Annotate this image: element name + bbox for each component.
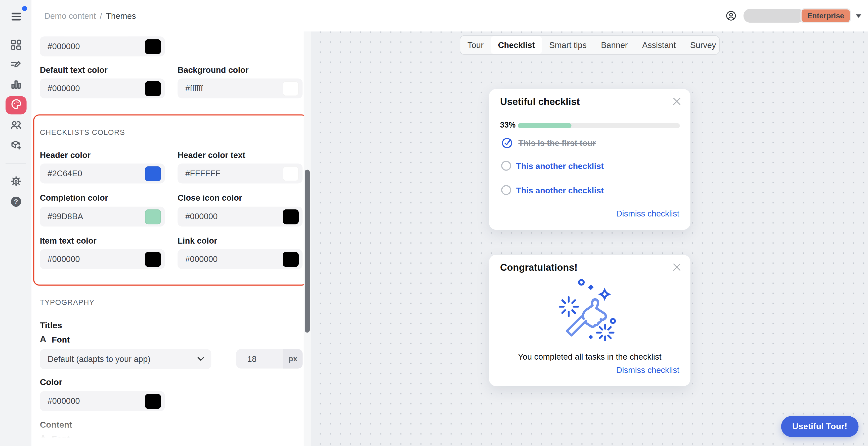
sidebar-item-analytics[interactable] bbox=[10, 78, 22, 91]
chevron-down-icon bbox=[197, 357, 204, 362]
color-swatch[interactable] bbox=[145, 252, 161, 267]
checklist-item-label[interactable]: This another checklist bbox=[516, 161, 604, 170]
checklist-item-label[interactable]: This another checklist bbox=[516, 185, 604, 195]
close-icon-color-value[interactable]: #000000 bbox=[185, 212, 217, 221]
background-color-value[interactable]: #ffffff bbox=[185, 83, 203, 93]
color-swatch[interactable] bbox=[283, 81, 299, 96]
tab-smart-tips[interactable]: Smart tips bbox=[542, 36, 594, 54]
sparkle-burst-right bbox=[597, 325, 614, 341]
background-color-label: Background color bbox=[178, 65, 248, 75]
theme-settings-panel: #000000 Default text color Background co… bbox=[31, 31, 311, 446]
preview-canvas: Tour Checklist Smart tips Banner Assista… bbox=[311, 31, 868, 446]
color-field-top[interactable]: #000000 bbox=[40, 36, 165, 56]
background-color-field[interactable]: #ffffff bbox=[178, 78, 303, 98]
color-swatch[interactable] bbox=[145, 209, 161, 224]
close-icon[interactable] bbox=[672, 96, 682, 107]
color-field-top-value[interactable]: #000000 bbox=[48, 41, 80, 51]
completion-color-value[interactable]: #99D8BA bbox=[48, 212, 83, 221]
svg-text:?: ? bbox=[14, 198, 18, 205]
tab-checklist[interactable]: Checklist bbox=[491, 36, 542, 54]
content-font-label: Font bbox=[52, 434, 70, 443]
tab-survey[interactable]: Survey bbox=[683, 36, 720, 54]
sidebar-item-themes[interactable] bbox=[5, 96, 27, 114]
hamburger-menu-icon[interactable] bbox=[11, 13, 21, 21]
breadcrumb: Demo content/Themes bbox=[44, 11, 136, 20]
titles-font-selected-value: Default (adapts to your app) bbox=[48, 354, 150, 364]
breadcrumb-demo-content[interactable]: Demo content bbox=[44, 11, 96, 20]
breadcrumb-separator: / bbox=[100, 11, 102, 20]
sidebar: ? bbox=[0, 0, 31, 446]
settings-gear-icon bbox=[10, 175, 22, 187]
tab-assistant[interactable]: Assistant bbox=[635, 36, 683, 54]
color-swatch[interactable] bbox=[145, 39, 161, 54]
header-color-value[interactable]: #2C64E0 bbox=[48, 169, 82, 178]
notification-dot bbox=[22, 6, 27, 11]
color-swatch[interactable] bbox=[145, 166, 161, 181]
titles-font-select[interactable]: Default (adapts to your app) bbox=[40, 349, 211, 369]
usetiful-tour-button[interactable]: Usetiful Tour! bbox=[781, 416, 859, 437]
themes-palette-icon bbox=[10, 98, 22, 112]
color-swatch[interactable] bbox=[283, 209, 299, 224]
typography-section-title: TYPOGRAPHY bbox=[40, 298, 94, 307]
sidebar-item-integrations[interactable] bbox=[10, 139, 22, 151]
color-swatch[interactable] bbox=[283, 252, 299, 267]
empty-circle-icon bbox=[501, 161, 511, 171]
empty-circle-icon bbox=[501, 185, 511, 195]
color-swatch[interactable] bbox=[283, 166, 299, 181]
font-a-icon: A bbox=[40, 434, 46, 444]
plan-badge[interactable]: Enterprise bbox=[802, 9, 850, 22]
thumbs-up-illustration bbox=[559, 278, 620, 345]
close-icon-color-label: Close icon color bbox=[178, 193, 242, 202]
content-edit-icon bbox=[10, 59, 22, 71]
checklist-item-open[interactable]: This another checklist bbox=[501, 161, 604, 171]
account-icon[interactable] bbox=[726, 10, 737, 21]
sidebar-item-content[interactable] bbox=[10, 59, 22, 71]
preview-tabs: Tour Checklist Smart tips Banner Assista… bbox=[460, 35, 720, 55]
link-color-value[interactable]: #000000 bbox=[185, 254, 217, 264]
color-swatch[interactable] bbox=[145, 394, 161, 409]
completion-color-field[interactable]: #99D8BA bbox=[40, 207, 165, 227]
close-icon-color-field[interactable]: #000000 bbox=[178, 207, 303, 227]
chevron-down-icon[interactable] bbox=[856, 14, 862, 18]
congrats-card-title: Congratulations! bbox=[500, 262, 578, 273]
panel-scrollbar-thumb[interactable] bbox=[305, 170, 310, 333]
congrats-message: You completed all tasks in the checklist bbox=[489, 352, 690, 361]
checklists-colors-section-title: CHECKLISTS COLORS bbox=[40, 128, 125, 136]
sidebar-item-dashboard[interactable] bbox=[10, 39, 22, 51]
default-text-color-value[interactable]: #000000 bbox=[48, 83, 80, 93]
sidebar-item-settings[interactable] bbox=[10, 175, 22, 187]
sparkle-burst-left bbox=[559, 297, 578, 316]
titles-color-field[interactable]: #000000 bbox=[40, 391, 165, 411]
close-icon[interactable] bbox=[672, 262, 682, 272]
header-color-label: Header color bbox=[40, 150, 91, 160]
sidebar-item-help[interactable]: ? bbox=[10, 196, 22, 208]
checklist-item-completed[interactable]: This is the first tour bbox=[501, 136, 596, 148]
titles-color-value[interactable]: #000000 bbox=[48, 396, 80, 405]
titles-font-size-value[interactable]: 18 bbox=[247, 354, 256, 363]
breadcrumb-themes: Themes bbox=[106, 11, 136, 20]
header-color-field[interactable]: #2C64E0 bbox=[40, 164, 165, 183]
usetiful-app: ? Demo content/Themes Enterprise #000000… bbox=[0, 0, 868, 446]
sidebar-item-users[interactable] bbox=[10, 119, 22, 131]
header-color-text-field[interactable]: #FFFFFF bbox=[178, 164, 303, 183]
checklist-card-title: Usetiful checklist bbox=[500, 96, 580, 108]
account-name-redacted[interactable] bbox=[744, 9, 804, 23]
titles-font-size-unit: px bbox=[283, 349, 303, 368]
item-text-color-field[interactable]: #000000 bbox=[40, 249, 165, 269]
tab-banner[interactable]: Banner bbox=[594, 36, 635, 54]
checklist-item-label[interactable]: This is the first tour bbox=[518, 138, 596, 147]
titles-font-label: Font bbox=[52, 335, 70, 344]
checklist-progress-track bbox=[518, 123, 680, 128]
tab-tour[interactable]: Tour bbox=[460, 36, 491, 54]
sidebar-divider bbox=[5, 164, 26, 164]
header-color-text-value[interactable]: #FFFFFF bbox=[185, 169, 220, 178]
color-swatch[interactable] bbox=[145, 81, 161, 96]
dismiss-checklist-link[interactable]: Dismiss checklist bbox=[616, 365, 679, 374]
default-text-color-field[interactable]: #000000 bbox=[40, 78, 165, 98]
titles-font-size-field[interactable]: 18 px bbox=[236, 349, 303, 368]
item-text-color-value[interactable]: #000000 bbox=[48, 254, 80, 264]
link-color-field[interactable]: #000000 bbox=[178, 249, 303, 269]
dismiss-checklist-link[interactable]: Dismiss checklist bbox=[616, 209, 679, 218]
checklist-item-open[interactable]: This another checklist bbox=[501, 185, 604, 195]
titles-font-row: A Font bbox=[40, 334, 70, 344]
